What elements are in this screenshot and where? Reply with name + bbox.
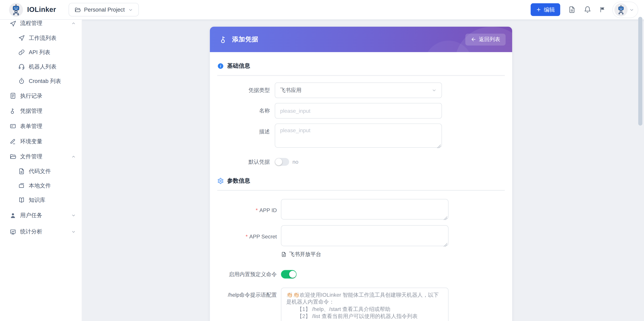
document-lines-icon bbox=[10, 92, 16, 99]
app-logo bbox=[9, 3, 23, 16]
selected-value: 飞书应用 bbox=[280, 87, 301, 94]
params-form: * APP ID * APP Secret bbox=[217, 199, 505, 321]
app-id-row: * APP ID bbox=[217, 199, 505, 221]
plus-icon bbox=[536, 7, 541, 12]
sidebar-item-label: 环境变量 bbox=[20, 138, 42, 145]
folder-icon bbox=[10, 153, 16, 160]
sidebar-item-label: 代码文件 bbox=[29, 168, 51, 175]
sidebar-item-credentials[interactable]: 凭据管理 bbox=[0, 103, 82, 119]
help-prompt-textarea[interactable]: 👏🏻👏🏻欢迎使用IOLinker 智能体工作流工具创建聊天机器人，以下是机器人内… bbox=[281, 288, 448, 321]
sidebar-item-label: 文件管理 bbox=[20, 153, 42, 160]
sidebar-item-workflow-list[interactable]: 工作流列表 bbox=[0, 31, 82, 45]
sidebar-nav: 流程管理 工作流列表 API 列表 bbox=[0, 20, 82, 240]
robot-logo-icon bbox=[11, 4, 21, 15]
sidebar-item-crontab-list[interactable]: Crontab 列表 bbox=[0, 74, 82, 88]
sidebar-item-robot-list[interactable]: 机器人列表 bbox=[0, 59, 82, 74]
link-label: 飞书开放平台 bbox=[289, 251, 321, 258]
key-icon bbox=[219, 35, 228, 43]
app-id-textarea[interactable] bbox=[281, 199, 448, 220]
toggle-state-text: no bbox=[292, 159, 298, 165]
chevron-down-icon bbox=[128, 7, 133, 12]
description-row: 描述 bbox=[217, 123, 505, 149]
project-name: Personal Project bbox=[84, 6, 125, 13]
document-icon bbox=[281, 252, 286, 257]
sidebar-item-label: 凭据管理 bbox=[20, 107, 42, 115]
section-params-header: 参数信息 bbox=[217, 176, 505, 186]
sidebar-item-code-files[interactable]: 代码文件 bbox=[0, 164, 82, 179]
chevron-up-icon bbox=[71, 21, 76, 26]
page-scrollbar-thumb[interactable] bbox=[638, 17, 642, 125]
top-bar: IOLinker Personal Project 编辑 bbox=[0, 0, 644, 20]
sidebar-item-label: Crontab 列表 bbox=[29, 77, 61, 85]
sidebar-item-local-files[interactable]: 本地文件 bbox=[0, 178, 82, 193]
divider bbox=[217, 75, 505, 76]
notifications-bell-icon[interactable] bbox=[584, 6, 592, 13]
link-icon bbox=[18, 49, 25, 56]
form-icon bbox=[10, 123, 16, 130]
sidebar-item-label: 执行记录 bbox=[20, 92, 42, 99]
credential-type-select[interactable]: 飞书应用 bbox=[275, 82, 442, 98]
user-icon bbox=[10, 212, 16, 219]
field-label: 启用内置预定义命令 bbox=[217, 271, 277, 278]
sidebar-group-analytics[interactable]: 统计分析 bbox=[0, 224, 82, 240]
chevron-down-icon bbox=[629, 7, 634, 12]
default-credential-toggle[interactable] bbox=[275, 158, 289, 166]
info-icon: i bbox=[217, 63, 224, 69]
field-label: * APP Secret bbox=[217, 233, 277, 240]
headset-icon bbox=[18, 63, 25, 70]
sidebar-group-process[interactable]: 流程管理 bbox=[0, 20, 82, 31]
app-secret-textarea[interactable] bbox=[281, 225, 448, 246]
required-asterisk: * bbox=[246, 233, 248, 240]
section-title: 参数信息 bbox=[227, 177, 250, 185]
docs-icon[interactable] bbox=[568, 6, 576, 13]
field-label: 凭据类型 bbox=[217, 87, 270, 94]
sidebar-item-label: 统计分析 bbox=[20, 228, 42, 236]
sidebar-item-env-vars[interactable]: 环境变量 bbox=[0, 134, 82, 149]
sidebar-item-forms[interactable]: 表单管理 bbox=[0, 119, 82, 134]
pencil-icon bbox=[10, 138, 16, 145]
name-row: 名称 bbox=[217, 103, 505, 119]
sidebar-item-label: API 列表 bbox=[29, 48, 50, 56]
app-id-wrap bbox=[281, 199, 448, 221]
sidebar-item-run-records[interactable]: 执行记录 bbox=[0, 88, 82, 103]
file-icon bbox=[18, 168, 25, 175]
user-menu[interactable] bbox=[612, 1, 638, 18]
back-button-label: 返回列表 bbox=[479, 36, 500, 43]
sidebar-item-label: 流程管理 bbox=[20, 20, 42, 27]
help-prompt-wrap: 👏🏻👏🏻欢迎使用IOLinker 智能体工作流工具创建聊天机器人，以下是机器人内… bbox=[281, 288, 448, 321]
svg-text:i: i bbox=[220, 64, 221, 68]
sidebar-group-user-tasks[interactable]: 用户任务 bbox=[0, 207, 82, 224]
feishu-platform-link[interactable]: 飞书开放平台 bbox=[281, 250, 505, 259]
app-secret-row: * APP Secret bbox=[217, 225, 505, 248]
card-body: i 基础信息 凭据类型 飞书应用 bbox=[210, 52, 512, 321]
sidebar-item-label: 本地文件 bbox=[29, 182, 51, 189]
chevron-down-icon bbox=[432, 88, 436, 93]
app-root: IOLinker Personal Project 编辑 bbox=[0, 0, 644, 321]
sidebar-item-api-list[interactable]: API 列表 bbox=[0, 45, 82, 59]
flag-icon[interactable] bbox=[599, 6, 606, 13]
field-label: /help命令提示语配置 bbox=[217, 288, 277, 299]
sidebar: 流程管理 工作流列表 API 列表 bbox=[0, 20, 82, 321]
sidebar-item-label: 表单管理 bbox=[20, 122, 42, 130]
sidebar-item-knowledge-base[interactable]: 知识库 bbox=[0, 193, 82, 207]
description-textarea[interactable] bbox=[275, 123, 442, 148]
section-basic-header: i 基础信息 bbox=[217, 61, 505, 71]
send-icon bbox=[10, 20, 16, 27]
field-label: 名称 bbox=[217, 107, 270, 114]
archive-icon bbox=[18, 182, 25, 189]
add-credential-card: 添加凭据 返回列表 i 基础信息 bbox=[210, 27, 512, 321]
edit-button[interactable]: 编辑 bbox=[531, 3, 560, 16]
card-header: 添加凭据 返回列表 bbox=[210, 27, 512, 52]
help-prompt-row: /help命令提示语配置 👏🏻👏🏻欢迎使用IOLinker 智能体工作流工具创建… bbox=[217, 288, 505, 321]
basic-info-form: 凭据类型 飞书应用 名称 描述 bbox=[217, 82, 505, 166]
chevron-down-icon bbox=[71, 213, 76, 218]
project-selector[interactable]: Personal Project bbox=[68, 3, 139, 16]
builtin-commands-toggle[interactable] bbox=[281, 270, 296, 279]
sidebar-group-files[interactable]: 文件管理 bbox=[0, 149, 82, 164]
field-label: 默认凭据 bbox=[217, 158, 270, 166]
credential-type-row: 凭据类型 飞书应用 bbox=[217, 82, 505, 98]
page-title: 添加凭据 bbox=[232, 35, 258, 43]
edit-button-label: 编辑 bbox=[544, 6, 555, 13]
name-input[interactable] bbox=[275, 103, 442, 119]
back-to-list-button[interactable]: 返回列表 bbox=[466, 33, 506, 45]
